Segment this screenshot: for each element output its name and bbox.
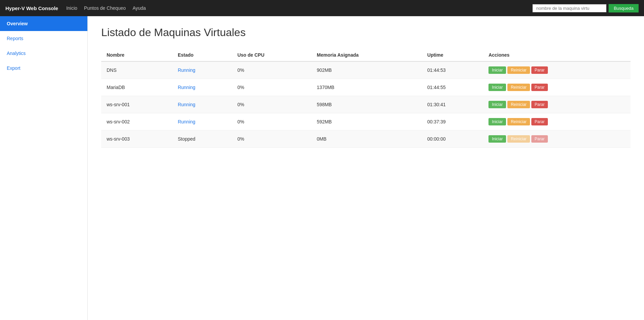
navbar: Hyper-V Web Console Inicio Puntos de Che…	[0, 0, 644, 16]
col-nombre: Nombre	[101, 49, 172, 61]
sidebar-item-reports[interactable]: Reports	[0, 31, 87, 46]
reiniciar-button[interactable]: Reiniciar	[507, 118, 530, 125]
col-memoria: Memoria Asignada	[311, 49, 422, 61]
cell-acciones: Iniciar Reiniciar Parar	[483, 113, 631, 130]
reiniciar-button[interactable]: Reiniciar	[507, 66, 530, 74]
sidebar: Overview Reports Analytics Export	[0, 16, 88, 320]
iniciar-button[interactable]: Iniciar	[488, 101, 506, 108]
parar-button[interactable]: Parar	[531, 84, 548, 91]
cell-estado: Running	[172, 113, 232, 130]
reiniciar-button[interactable]: Reiniciar	[507, 101, 530, 108]
nav-ayuda[interactable]: Ayuda	[133, 5, 146, 11]
col-acciones: Acciones	[483, 49, 631, 61]
nav-puntos-chequeo[interactable]: Puntos de Chequeo	[84, 5, 126, 11]
table-row: DNS Running 0% 902MB 01:44:53 Iniciar Re…	[101, 61, 631, 79]
search-bar: Busqueda	[532, 4, 639, 12]
iniciar-button[interactable]: Iniciar	[488, 84, 506, 91]
table-row: ws-srv-003 Stopped 0% 0MB 00:00:00 Inici…	[101, 130, 631, 148]
iniciar-button[interactable]: Iniciar	[488, 118, 506, 125]
search-input[interactable]	[532, 4, 607, 12]
action-buttons: Iniciar Reiniciar Parar	[488, 84, 625, 91]
col-cpu: Uso de CPU	[232, 49, 311, 61]
cell-estado: Running	[172, 79, 232, 96]
action-buttons: Iniciar Reiniciar Parar	[488, 135, 625, 143]
table-row: MariaDB Running 0% 1370MB 01:44:55 Inici…	[101, 79, 631, 96]
cell-nombre: MariaDB	[101, 79, 172, 96]
iniciar-button[interactable]: Iniciar	[488, 66, 506, 74]
app-brand: Hyper-V Web Console	[5, 5, 58, 11]
cell-cpu: 0%	[232, 113, 311, 130]
sidebar-item-analytics[interactable]: Analytics	[0, 46, 87, 61]
main-content: Listado de Maquinas Virtuales Nombre Est…	[88, 16, 644, 320]
cell-memoria: 592MB	[311, 113, 422, 130]
table-row: ws-srv-002 Running 0% 592MB 00:37:39 Ini…	[101, 113, 631, 130]
cell-estado: Running	[172, 61, 232, 79]
parar-button: Parar	[531, 135, 548, 143]
cell-uptime: 01:44:53	[422, 61, 483, 79]
cell-uptime: 00:00:00	[422, 130, 483, 148]
cell-nombre: ws-srv-001	[101, 96, 172, 113]
search-button[interactable]: Busqueda	[609, 4, 639, 12]
cell-cpu: 0%	[232, 61, 311, 79]
cell-uptime: 01:30:41	[422, 96, 483, 113]
cell-cpu: 0%	[232, 79, 311, 96]
cell-memoria: 902MB	[311, 61, 422, 79]
cell-uptime: 01:44:55	[422, 79, 483, 96]
nav-inicio[interactable]: Inicio	[66, 5, 77, 11]
col-uptime: Uptime	[422, 49, 483, 61]
cell-nombre: ws-srv-003	[101, 130, 172, 148]
cell-nombre: DNS	[101, 61, 172, 79]
table-row: ws-srv-001 Running 0% 598MB 01:30:41 Ini…	[101, 96, 631, 113]
page-title: Listado de Maquinas Virtuales	[101, 26, 631, 39]
vm-table: Nombre Estado Uso de CPU Memoria Asignad…	[101, 49, 631, 148]
layout: Overview Reports Analytics Export Listad…	[0, 16, 644, 320]
cell-estado: Running	[172, 96, 232, 113]
parar-button[interactable]: Parar	[531, 66, 548, 74]
cell-memoria: 0MB	[311, 130, 422, 148]
cell-memoria: 598MB	[311, 96, 422, 113]
sidebar-item-export[interactable]: Export	[0, 61, 87, 76]
nav-links: Inicio Puntos de Chequeo Ayuda	[66, 5, 532, 11]
reiniciar-button[interactable]: Reiniciar	[507, 84, 530, 91]
table-header-row: Nombre Estado Uso de CPU Memoria Asignad…	[101, 49, 631, 61]
reiniciar-button: Reiniciar	[507, 135, 530, 143]
action-buttons: Iniciar Reiniciar Parar	[488, 118, 625, 125]
action-buttons: Iniciar Reiniciar Parar	[488, 66, 625, 74]
parar-button[interactable]: Parar	[531, 101, 548, 108]
cell-estado: Stopped	[172, 130, 232, 148]
cell-acciones: Iniciar Reiniciar Parar	[483, 61, 631, 79]
action-buttons: Iniciar Reiniciar Parar	[488, 101, 625, 108]
sidebar-item-overview[interactable]: Overview	[0, 16, 87, 31]
cell-uptime: 00:37:39	[422, 113, 483, 130]
cell-cpu: 0%	[232, 130, 311, 148]
col-estado: Estado	[172, 49, 232, 61]
cell-acciones: Iniciar Reiniciar Parar	[483, 96, 631, 113]
cell-acciones: Iniciar Reiniciar Parar	[483, 130, 631, 148]
cell-memoria: 1370MB	[311, 79, 422, 96]
cell-cpu: 0%	[232, 96, 311, 113]
iniciar-button[interactable]: Iniciar	[488, 135, 506, 143]
cell-nombre: ws-srv-002	[101, 113, 172, 130]
cell-acciones: Iniciar Reiniciar Parar	[483, 79, 631, 96]
parar-button[interactable]: Parar	[531, 118, 548, 125]
